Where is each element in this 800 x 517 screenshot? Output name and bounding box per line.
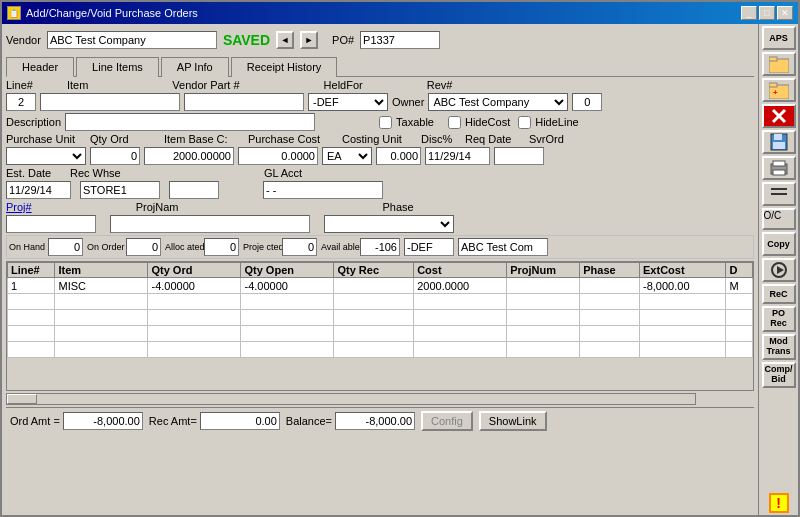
prev-button[interactable]: ◄ (276, 31, 294, 49)
tab-line-items[interactable]: Line Items (76, 57, 159, 77)
po-label: PO# (332, 34, 354, 46)
tab-ap-info[interactable]: AP Info (161, 57, 229, 77)
projected-input[interactable] (282, 238, 317, 256)
red-x-button[interactable] (762, 104, 796, 128)
svg-rect-11 (773, 161, 785, 166)
ord-amt-label: Ord Amt = (10, 415, 60, 427)
cell-proj-num (507, 278, 580, 294)
app-icon: 📋 (7, 6, 21, 20)
ord-amt-input[interactable] (63, 412, 143, 430)
vendor-part-input[interactable] (184, 93, 304, 111)
next-button[interactable]: ► (300, 31, 318, 49)
purchase-unit-select[interactable] (6, 147, 86, 165)
estdate-values-row (6, 181, 754, 199)
vendor-input[interactable] (47, 31, 217, 49)
gl-acct-input[interactable] (263, 181, 383, 199)
costing-unit-select[interactable]: EA (322, 147, 372, 165)
copy-button[interactable]: Copy (762, 232, 796, 256)
tab-receipt-history[interactable]: Receipt History (231, 57, 338, 77)
col-item: Item (55, 263, 148, 278)
alloc-input[interactable] (204, 238, 239, 256)
description-input[interactable] (65, 113, 315, 131)
item-input[interactable] (40, 93, 180, 111)
svg-marker-16 (777, 266, 784, 274)
rec-amt-label: Rec Amt= (149, 415, 197, 427)
proj-input[interactable] (6, 215, 96, 233)
comp-bid-button[interactable]: Comp/ Bid (762, 362, 796, 388)
disc-label: Disc% (421, 133, 461, 145)
rev-input[interactable] (572, 93, 602, 111)
proj-name-input[interactable] (110, 215, 310, 233)
hide-line-checkbox[interactable] (518, 116, 531, 129)
on-hand-input[interactable] (48, 238, 83, 256)
est-date-input[interactable] (6, 181, 71, 199)
title-bar: 📋 Add/Change/Void Purchase Orders _ □ ✕ (2, 2, 798, 24)
svr-ord-label: SvrOrd (529, 133, 564, 145)
line-input[interactable] (6, 93, 36, 111)
main-window: 📋 Add/Change/Void Purchase Orders _ □ ✕ … (0, 0, 800, 517)
scrollbar-thumb[interactable] (7, 394, 37, 404)
comp-bid-label: Comp/ Bid (764, 365, 794, 385)
table-row[interactable]: 1 MISC -4.00000 -4.00000 2000.0000 -8,00… (8, 278, 753, 294)
aps-button[interactable]: APS (762, 26, 796, 50)
item-base-cost-input[interactable] (144, 147, 234, 165)
rec-whse-input[interactable] (80, 181, 160, 199)
hide-cost-checkbox[interactable] (448, 116, 461, 129)
held-for-label: HeldFor (324, 79, 363, 91)
projected-label: Proje cted (243, 242, 278, 252)
maximize-button[interactable]: □ (759, 6, 775, 20)
col-qty-ord: Qty Ord (148, 263, 241, 278)
rec-amt-input[interactable] (200, 412, 280, 430)
taxable-checkbox[interactable] (379, 116, 392, 129)
disc-input[interactable] (376, 147, 421, 165)
empty-row-4 (8, 342, 753, 358)
rec-icon[interactable] (762, 258, 796, 282)
balance-input[interactable] (335, 412, 415, 430)
owner-select[interactable]: ABC Test Company (428, 93, 568, 111)
col-qty-rec: Qty Rec (334, 263, 414, 278)
minimize-button[interactable]: _ (741, 6, 757, 20)
available-input[interactable] (360, 238, 400, 256)
def-input[interactable] (404, 238, 454, 256)
po-rec-button[interactable]: PO Rec (762, 306, 796, 332)
po-input[interactable] (360, 31, 440, 49)
held-for-select[interactable]: -DEF (308, 93, 388, 111)
save-icon-button[interactable] (762, 130, 796, 154)
req-date-input[interactable] (425, 147, 490, 165)
extra-input[interactable] (169, 181, 219, 199)
svr-ord-input[interactable] (494, 147, 544, 165)
cell-line: 1 (8, 278, 55, 294)
warning-icon: ! (769, 493, 789, 513)
cell-ext-cost: -8,000.00 (640, 278, 726, 294)
print-icon-button[interactable] (762, 156, 796, 180)
rec-button[interactable]: ReC (762, 284, 796, 304)
folder-icon-1[interactable] (762, 52, 796, 76)
abc-test-com-input[interactable] (458, 238, 548, 256)
tab-header[interactable]: Header (6, 57, 74, 77)
line-items-table-container: Line# Item Qty Ord Qty Open Qty Rec Cost… (6, 261, 754, 391)
showlink-button[interactable]: ShowLink (479, 411, 547, 431)
alloc-label: Alloc ated (165, 242, 200, 252)
empty-row-1 (8, 294, 753, 310)
qty-ord-input[interactable] (90, 147, 140, 165)
line-icon-button[interactable] (762, 182, 796, 206)
line-values-row: -DEF Owner ABC Test Company (6, 93, 754, 111)
folder-icon-2[interactable]: + (762, 78, 796, 102)
purchase-cost-input[interactable] (238, 147, 318, 165)
horizontal-scrollbar[interactable] (6, 393, 696, 405)
taxable-label: Taxable (396, 116, 434, 128)
est-date-label: Est. Date (6, 167, 61, 179)
purchase-unit-label: Purchase Unit (6, 133, 76, 145)
on-order-input[interactable] (126, 238, 161, 256)
close-button[interactable]: ✕ (777, 6, 793, 20)
proj-name-label: ProjNam (136, 201, 179, 213)
empty-row-2 (8, 310, 753, 326)
oc-button[interactable]: O/C (762, 208, 796, 230)
phase-label: Phase (382, 201, 413, 213)
svg-text:+: + (773, 88, 778, 97)
config-button[interactable]: Config (421, 411, 473, 431)
mod-trans-button[interactable]: Mod Trans (762, 334, 796, 360)
phase-select[interactable] (324, 215, 454, 233)
proj-link[interactable]: Proj# (6, 201, 32, 213)
rec-label: ReC (769, 289, 787, 299)
